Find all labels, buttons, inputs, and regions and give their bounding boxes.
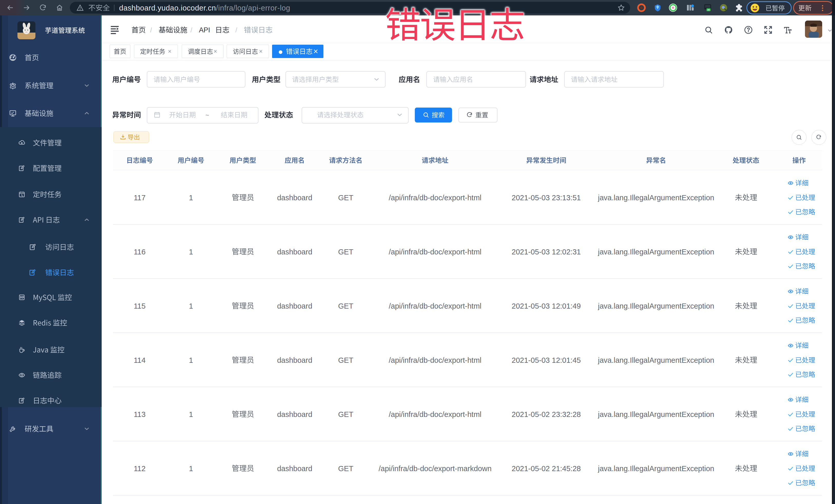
svg-text:on: on: [707, 8, 710, 11]
